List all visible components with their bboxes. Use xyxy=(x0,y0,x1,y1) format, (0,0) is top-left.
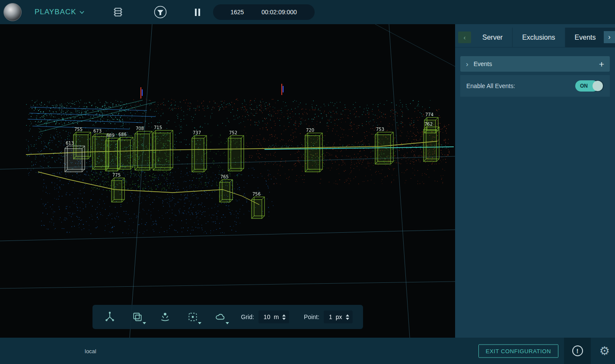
selection-dropdown-caret xyxy=(198,322,201,324)
alert-icon: ! xyxy=(572,345,583,356)
point-size-value: 1 xyxy=(329,313,332,320)
layers-dropdown-caret xyxy=(143,322,146,324)
grid-size-value: 10 xyxy=(264,313,271,320)
status-bar: local EXIT CONFIGURATION ! ⚙ xyxy=(0,338,615,364)
add-event-button[interactable]: + xyxy=(599,60,604,69)
point-stepper-arrows[interactable] xyxy=(346,314,349,320)
grid-label: Grid: xyxy=(241,313,254,320)
app-logo xyxy=(3,3,22,21)
top-bar: PLAYBACK 1625 00:02:09:000 xyxy=(0,0,615,24)
lidar-viewport[interactable]: Grid: 10 m Point: 1 px xyxy=(0,24,455,338)
toggle-knob xyxy=(593,81,603,91)
grid-size-stepper[interactable]: 10 m xyxy=(258,310,289,323)
playback-mode-dropdown[interactable]: PLAYBACK xyxy=(35,8,84,16)
film-frames-icon[interactable] xyxy=(111,5,125,19)
settings-gear-icon[interactable]: ⚙ xyxy=(599,345,610,357)
expand-tabs-button[interactable]: › xyxy=(604,31,615,43)
timecode: 00:02:09:000 xyxy=(261,9,297,16)
events-section-header[interactable]: › Events + xyxy=(460,56,610,72)
timecode-display: 1625 00:02:09:000 xyxy=(213,4,315,20)
chevron-down-icon xyxy=(80,11,84,14)
grid-size-unit: m xyxy=(274,313,279,320)
enable-all-events-label: Enable All Events: xyxy=(466,82,515,89)
axis-gizmo-icon[interactable] xyxy=(103,310,117,324)
cloud-icon[interactable] xyxy=(213,310,227,324)
enable-all-events-row: Enable All Events: ON xyxy=(460,75,610,97)
config-panel: ‹ Server Exclusions Events › › Events + … xyxy=(455,24,615,338)
cloud-dropdown-caret xyxy=(226,322,229,324)
point-size-unit: px xyxy=(336,313,342,320)
layers-icon[interactable] xyxy=(131,310,144,324)
point-cloud-canvas[interactable] xyxy=(0,24,455,338)
tab-exclusions[interactable]: Exclusions xyxy=(513,28,565,47)
point-label: Point: xyxy=(304,313,319,320)
point-size-stepper[interactable]: 1 px xyxy=(324,310,353,323)
collapse-panel-button[interactable]: ‹ xyxy=(458,32,471,43)
exit-configuration-button[interactable]: EXIT CONFIGURATION xyxy=(478,344,558,358)
alerts-button[interactable]: ! xyxy=(564,338,591,364)
frame-number: 1625 xyxy=(230,9,244,16)
filter-icon[interactable] xyxy=(153,5,167,19)
panel-tab-bar: ‹ Server Exclusions Events › xyxy=(455,28,615,47)
selection-box-icon[interactable] xyxy=(186,310,200,324)
viewport-toolbar: Grid: 10 m Point: 1 px xyxy=(92,305,363,329)
tab-server[interactable]: Server xyxy=(473,28,513,47)
host-label: local xyxy=(85,348,96,354)
ground-align-icon[interactable] xyxy=(158,310,172,324)
events-chevron-icon: › xyxy=(466,60,468,68)
pause-button[interactable] xyxy=(195,9,200,16)
events-section-title: Events xyxy=(474,60,492,67)
playback-mode-label: PLAYBACK xyxy=(35,8,76,16)
grid-stepper-arrows[interactable] xyxy=(282,314,286,320)
enable-all-events-toggle[interactable]: ON xyxy=(575,80,604,92)
